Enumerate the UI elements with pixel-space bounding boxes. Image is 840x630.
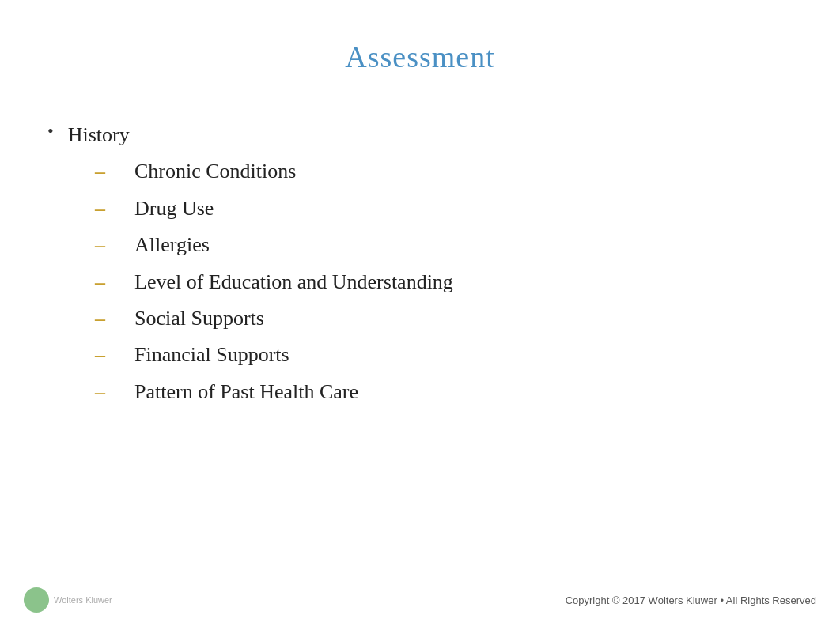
page-container: Assessment • History –Chronic Conditions… [0, 0, 840, 630]
list-item: –Financial Supports [95, 341, 840, 369]
sub-item-label: Social Supports [134, 304, 264, 333]
dash-icon: – [95, 157, 111, 186]
main-bullet-item: • History [47, 121, 840, 149]
sub-item-label: Financial Supports [134, 341, 289, 369]
logo-circle-icon [24, 587, 49, 613]
footer: Wolters Kluwer Copyright © 2017 Wolters … [0, 584, 840, 616]
list-item: –Social Supports [95, 304, 840, 333]
dash-icon: – [95, 378, 111, 406]
sub-item-label: Level of Education and Understanding [134, 268, 453, 296]
list-item: –Drug Use [95, 194, 840, 223]
content-area: • History –Chronic Conditions–Drug Use–A… [0, 113, 840, 406]
sub-item-label: Pattern of Past Health Care [134, 378, 358, 406]
list-item: –Chronic Conditions [95, 157, 840, 186]
header-section: Assessment [0, 0, 840, 89]
list-item: –Level of Education and Understanding [95, 268, 840, 296]
sub-item-label: Chronic Conditions [134, 157, 296, 186]
dash-icon: – [95, 341, 111, 369]
header-divider [0, 89, 840, 89]
footer-logo: Wolters Kluwer [24, 584, 119, 616]
dash-icon: – [95, 268, 111, 296]
sub-item-label: Drug Use [134, 194, 214, 223]
list-item: –Allergies [95, 231, 840, 259]
dash-icon: – [95, 304, 111, 333]
dash-icon: – [95, 194, 111, 223]
sub-item-label: Allergies [134, 231, 210, 259]
page-title: Assessment [0, 40, 840, 74]
bullet-dot: • [47, 119, 54, 144]
footer-copyright: Copyright © 2017 Wolters Kluwer • All Ri… [566, 594, 816, 606]
logo-text: Wolters Kluwer [54, 595, 112, 605]
sub-items-list: –Chronic Conditions–Drug Use–Allergies–L… [47, 157, 840, 406]
list-item: –Pattern of Past Health Care [95, 378, 840, 406]
dash-icon: – [95, 231, 111, 259]
history-label: History [68, 121, 130, 149]
